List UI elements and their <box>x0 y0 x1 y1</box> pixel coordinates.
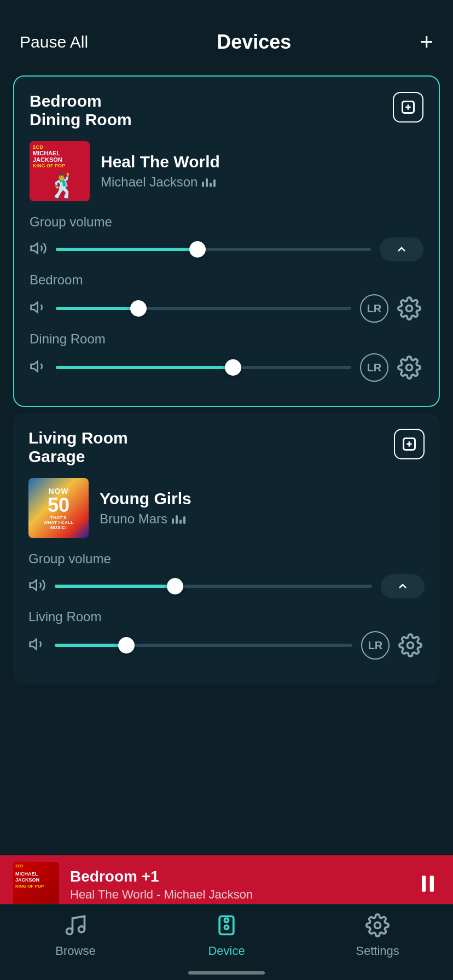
svg-rect-14 <box>422 876 426 891</box>
mini-player-album-art: 2CD MICHAELJACKSONKING OF POP <box>13 862 59 908</box>
diningroom-device-row: Dining Room LR <box>30 331 423 382</box>
group2-volume-icon <box>28 576 46 596</box>
livingroom-vol-icon <box>28 635 46 655</box>
svg-rect-15 <box>430 876 434 891</box>
mini-player-subtitle: Heal The World - Michael Jackson <box>70 888 405 902</box>
bedroom-lr-button[interactable]: LR <box>360 294 388 323</box>
svg-point-13 <box>408 643 414 649</box>
svg-point-7 <box>406 365 413 371</box>
svg-marker-12 <box>30 639 37 650</box>
svg-marker-4 <box>31 302 38 313</box>
group1-expand-button[interactable] <box>380 237 423 261</box>
mini-player-pause-button[interactable] <box>416 872 440 898</box>
bedroom-device-label: Bedroom <box>30 272 423 288</box>
home-indicator <box>188 971 265 975</box>
group2-title: Living Room <box>28 429 128 447</box>
livingroom-settings-button[interactable] <box>396 631 425 660</box>
livingroom-device-row: Living Room LR <box>28 609 425 660</box>
diningroom-volume-slider[interactable] <box>56 366 351 369</box>
add-device-button[interactable]: + <box>420 31 433 54</box>
group1-volume-section: Group volume <box>30 214 423 261</box>
tab-browse[interactable]: ♪ Browse <box>43 913 108 958</box>
group2-track-artist: Bruno Mars <box>100 511 425 527</box>
playing-bars-icon <box>202 177 216 187</box>
bedroom-vol-icon <box>30 299 47 318</box>
mini-player-title: Bedroom +1 <box>70 868 405 885</box>
group1-now-playing[interactable]: 2CD MICHAELJACKSON KING OF POP 🕺 Heal Th… <box>30 141 423 201</box>
group1-volume-label: Group volume <box>30 214 423 230</box>
group2-track-title: Young Girls <box>100 489 425 508</box>
svg-point-20 <box>224 925 228 929</box>
svg-point-19 <box>224 918 228 922</box>
group2-now-playing[interactable]: NOW 50 THAT'S WHAT I CALL MUSIC! Young G… <box>28 478 425 538</box>
tab-device-label: Device <box>208 944 245 958</box>
tab-settings-label: Settings <box>356 944 399 958</box>
header: Pause All Devices + <box>0 0 453 69</box>
group1-group-volume-slider[interactable] <box>56 248 371 251</box>
group1-add-button[interactable] <box>393 92 423 122</box>
group2-album-art: NOW 50 THAT'S WHAT I CALL MUSIC! <box>28 478 89 538</box>
page-title: Devices <box>217 31 291 54</box>
livingroom-device-label: Living Room <box>28 609 425 625</box>
group2-add-button[interactable] <box>394 429 425 459</box>
group-card-1: Bedroom Dining Room 2CD MICHAELJACKSON K… <box>13 75 440 407</box>
svg-point-21 <box>375 923 381 929</box>
bedroom-settings-button[interactable] <box>395 294 423 323</box>
tab-browse-label: Browse <box>55 944 95 958</box>
group2-group-volume-slider[interactable] <box>55 585 372 588</box>
group2-subtitle: Garage <box>28 447 128 466</box>
group2-playing-bars-icon <box>172 514 185 524</box>
group1-track-artist: Michael Jackson <box>101 174 423 190</box>
svg-point-16 <box>67 929 73 935</box>
tab-settings[interactable]: Settings <box>345 913 410 958</box>
group2-volume-label: Group volume <box>28 551 425 567</box>
svg-marker-6 <box>31 361 38 372</box>
svg-marker-11 <box>30 580 37 591</box>
diningroom-device-label: Dining Room <box>30 331 423 347</box>
device-icon <box>214 913 239 940</box>
svg-marker-3 <box>31 243 38 254</box>
group2-expand-button[interactable] <box>381 574 425 598</box>
livingroom-volume-slider[interactable] <box>55 644 352 647</box>
tab-bar: ♪ Browse Device Settings <box>0 904 453 980</box>
settings-icon <box>365 913 390 940</box>
svg-point-17 <box>79 926 85 932</box>
group1-volume-icon <box>30 240 47 259</box>
group2-volume-section: Group volume <box>28 551 425 598</box>
pause-all-button[interactable]: Pause All <box>20 33 88 51</box>
group1-title: Bedroom <box>30 92 132 110</box>
diningroom-lr-button[interactable]: LR <box>360 353 388 382</box>
diningroom-vol-icon <box>30 358 47 377</box>
group1-subtitle: Dining Room <box>30 110 132 129</box>
livingroom-lr-button[interactable]: LR <box>361 631 390 660</box>
bedroom-device-row: Bedroom LR <box>30 272 423 323</box>
svg-point-5 <box>406 306 413 312</box>
bedroom-volume-slider[interactable] <box>56 307 351 310</box>
group1-track-title: Heal The World <box>101 153 423 171</box>
group-card-2: Living Room Garage NOW 50 THAT'S WHAT I … <box>13 413 440 684</box>
browse-icon: ♪ <box>63 913 88 940</box>
group1-album-art: 2CD MICHAELJACKSON KING OF POP 🕺 <box>30 141 90 201</box>
tab-device[interactable]: Device <box>194 913 259 958</box>
diningroom-settings-button[interactable] <box>395 353 423 382</box>
